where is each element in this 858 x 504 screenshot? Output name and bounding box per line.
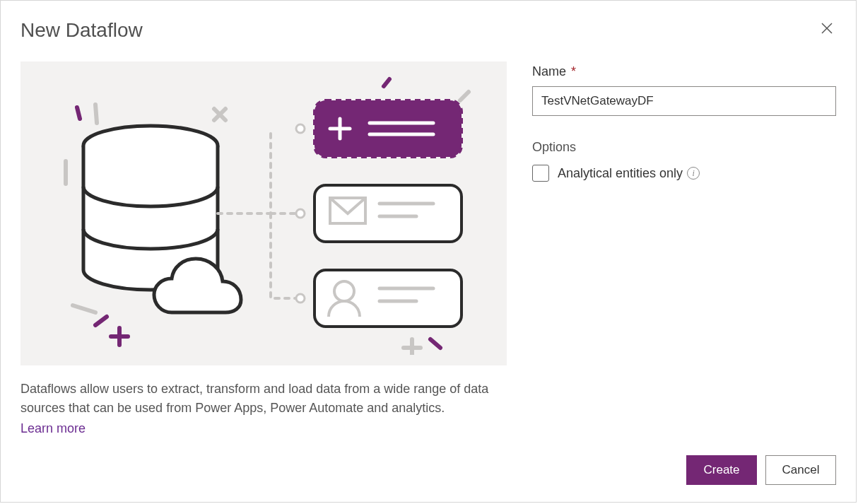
info-icon[interactable]: i [687, 167, 700, 180]
name-input[interactable] [532, 86, 836, 116]
dialog-title: New Dataflow [20, 19, 143, 42]
close-button[interactable] [818, 19, 836, 37]
svg-point-17 [296, 124, 305, 133]
svg-line-9 [430, 339, 440, 348]
svg-line-5 [460, 92, 469, 100]
dataflow-illustration [20, 61, 507, 365]
content-area: Dataflows allow users to extract, transf… [20, 61, 836, 438]
dialog-header: New Dataflow [20, 19, 836, 42]
svg-line-3 [95, 105, 97, 123]
create-button[interactable]: Create [686, 455, 757, 485]
name-label-text: Name [532, 64, 566, 78]
illustration-svg [37, 72, 490, 355]
dialog-footer: Create Cancel [686, 455, 836, 485]
options-label: Options [532, 140, 836, 155]
required-marker: * [568, 64, 576, 78]
new-dataflow-dialog: New Dataflow [0, 0, 857, 503]
description-text: Dataflows allow users to extract, transf… [20, 382, 488, 415]
checkbox-label: Analytical entities only i [558, 166, 700, 181]
dialog-description: Dataflows allow users to extract, transf… [20, 380, 501, 438]
close-icon [821, 22, 833, 35]
analytical-entities-checkbox[interactable] [532, 165, 549, 182]
name-label: Name * [532, 64, 836, 79]
cancel-button[interactable]: Cancel [765, 455, 836, 485]
analytical-entities-row: Analytical entities only i [532, 165, 836, 182]
learn-more-link[interactable]: Learn more [20, 419, 86, 438]
form-panel: Name * Options Analytical entities only … [532, 61, 836, 438]
svg-point-18 [296, 209, 305, 218]
svg-line-7 [73, 305, 95, 312]
svg-line-8 [95, 317, 107, 325]
svg-line-2 [77, 107, 80, 119]
svg-line-4 [384, 79, 389, 86]
svg-point-19 [296, 294, 305, 303]
svg-rect-25 [315, 185, 462, 242]
left-panel: Dataflows allow users to extract, transf… [20, 61, 507, 438]
checkbox-label-text: Analytical entities only [558, 166, 683, 181]
